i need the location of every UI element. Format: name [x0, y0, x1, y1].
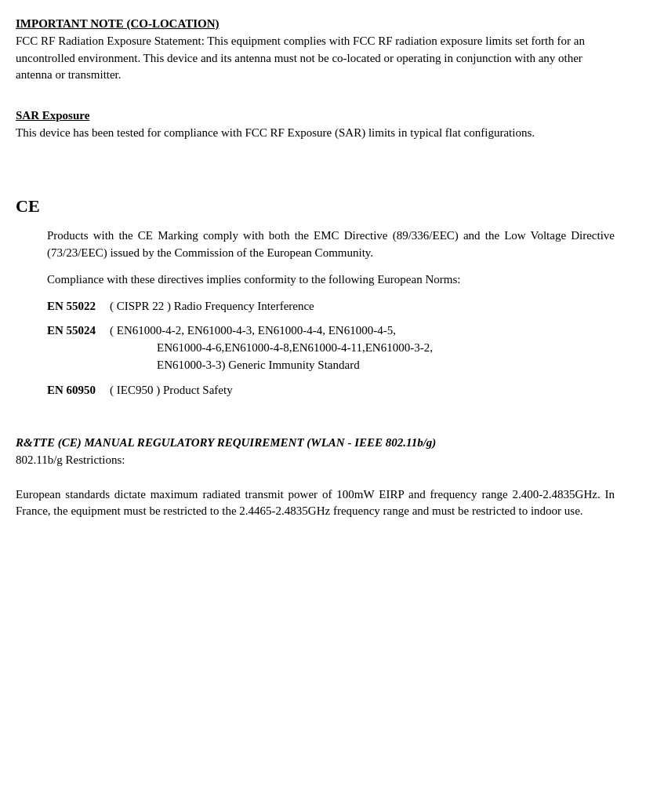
colocation-body: FCC RF Radiation Exposure Statement: Thi…: [16, 35, 585, 82]
en-55022-content: ( CISPR 22 ) Radio Frequency Interferenc…: [110, 298, 615, 315]
en-60950-row: EN 60950 ( IEC950 ) Product Safety: [47, 382, 615, 399]
en-60950-label: EN 60950: [47, 382, 110, 399]
colocation-title: IMPORTANT NOTE (CO-LOCATION): [16, 17, 219, 30]
en-55024-sub2: EN61000-3-3) Generic Immunity Standard: [157, 359, 360, 371]
rtte-para: European standards dictate maximum radia…: [16, 486, 615, 521]
rtte-restrictions-label: 802.11b/g Restrictions:: [16, 453, 125, 466]
sar-section: SAR Exposure This device has been tested…: [16, 107, 615, 142]
en-55024-row: EN 55024 ( EN61000-4-2, EN61000-4-3, EN6…: [47, 322, 615, 373]
rtte-title: R&TTE (CE) MANUAL REGULATORY REQUIREMENT…: [16, 436, 436, 449]
en-55022-row: EN 55022 ( CISPR 22 ) Radio Frequency In…: [47, 298, 615, 315]
en-60950-content: ( IEC950 ) Product Safety: [110, 382, 615, 399]
sar-title: SAR Exposure: [16, 109, 89, 122]
en-55024-sub1: EN61000-4-6,EN61000-4-8,EN61000-4-11,EN6…: [157, 341, 433, 354]
en-55022-label: EN 55022: [47, 298, 110, 315]
ce-section: CE Products with the CE Marking comply w…: [16, 194, 615, 399]
colocation-section: IMPORTANT NOTE (CO-LOCATION) FCC RF Radi…: [16, 16, 615, 84]
en-55024-content: ( EN61000-4-2, EN61000-4-3, EN61000-4-4,…: [110, 322, 615, 373]
en-55024-label: EN 55024: [47, 322, 110, 340]
ce-para2: Compliance with these directives implies…: [47, 271, 615, 289]
rtte-section: R&TTE (CE) MANUAL REGULATORY REQUIREMENT…: [16, 435, 615, 520]
ce-heading: CE: [16, 194, 615, 219]
sar-body: This device has been tested for complian…: [16, 126, 535, 139]
ce-para1: Products with the CE Marking comply with…: [47, 228, 615, 262]
